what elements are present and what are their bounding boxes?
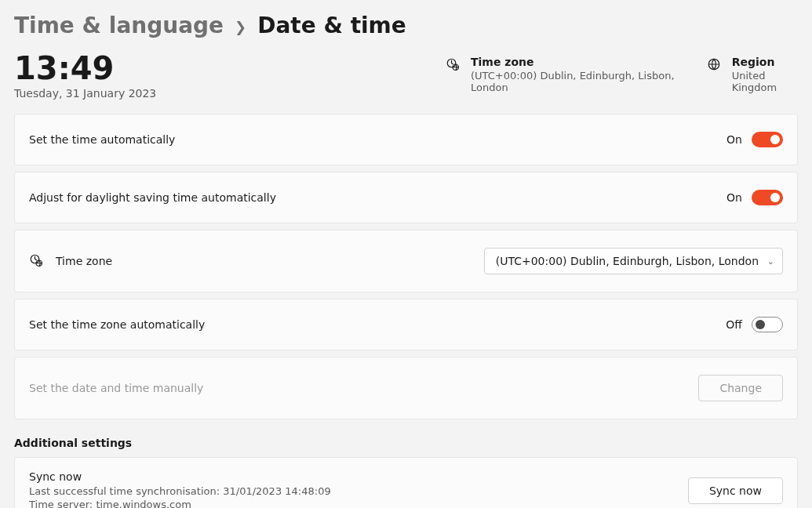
breadcrumb-parent[interactable]: Time & language [14,13,224,38]
row-set-manual: Set the date and time manually Change [14,357,798,419]
sync-now-button[interactable]: Sync now [688,477,783,504]
row-label: Time zone [29,253,112,270]
change-button: Change [698,375,783,401]
toggle-state-text: On [726,133,742,146]
toggle-dst-auto[interactable] [752,190,783,205]
timezone-label: Time zone [471,56,675,68]
region-label: Region [732,56,798,68]
additional-settings-heading: Additional settings [14,437,798,449]
row-dst-auto: Adjust for daylight saving time automati… [14,172,798,223]
clock-globe-icon [29,253,43,270]
row-set-time-auto: Set the time automatically On [14,114,798,165]
row-set-tz-auto: Set the time zone automatically Off [14,299,798,350]
chevron-down-icon: ⌄ [767,256,774,267]
globe-icon [707,57,721,74]
row-label: Set the time automatically [29,133,175,146]
clock-block: 13:49 Tuesday, 31 January 2023 [14,51,265,100]
timezone-select[interactable]: (UTC+00:00) Dublin, Edinburgh, Lisbon, L… [484,248,783,274]
toggle-state-text: On [726,191,742,204]
breadcrumb: Time & language ❯ Date & time [14,13,798,38]
current-time: 13:49 [14,51,265,85]
sync-server: Time server: time.windows.com [29,499,331,508]
sync-title: Sync now [29,470,331,483]
sync-last: Last successful time synchronisation: 31… [29,485,331,497]
row-label: Set the time zone automatically [29,318,205,331]
toggle-set-time-auto[interactable] [752,132,783,147]
region-value: United Kingdom [732,70,798,93]
timezone-row-label: Time zone [56,255,112,267]
row-label: Set the date and time manually [29,382,203,394]
toggle-state-text: Off [726,318,742,331]
row-sync-now: Sync now Last successful time synchronis… [14,457,798,508]
toggle-set-tz-auto[interactable] [752,317,783,332]
region-summary[interactable]: Region United Kingdom [707,56,798,93]
timezone-summary[interactable]: Time zone (UTC+00:00) Dublin, Edinburgh,… [446,56,675,93]
page-title: Date & time [257,13,406,38]
row-timezone: Time zone (UTC+00:00) Dublin, Edinburgh,… [14,230,798,292]
chevron-right-icon: ❯ [235,19,246,35]
clock-globe-icon [446,57,460,74]
row-label: Adjust for daylight saving time automati… [29,191,276,204]
timezone-selected: (UTC+00:00) Dublin, Edinburgh, Lisbon, L… [496,255,759,267]
hero-row: 13:49 Tuesday, 31 January 2023 Time zone… [14,51,798,100]
timezone-value: (UTC+00:00) Dublin, Edinburgh, Lisbon, L… [471,70,675,93]
current-date: Tuesday, 31 January 2023 [14,87,265,100]
